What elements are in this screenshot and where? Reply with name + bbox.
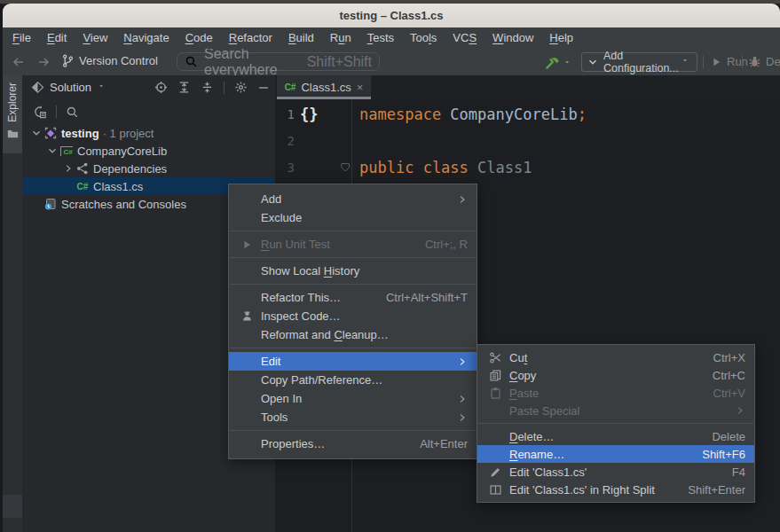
code-line-2[interactable]: 2 bbox=[275, 128, 780, 154]
edit-submenu-item-edit-class1-cs[interactable]: Edit 'Class1.cs'F4 bbox=[477, 463, 754, 481]
context-menu-item-copy-path-reference[interactable]: Copy Path/Reference… bbox=[229, 371, 477, 389]
edit-submenu-item-paste: PasteCtrl+V bbox=[477, 384, 754, 402]
tool-window-stripe: Explorer bbox=[3, 75, 22, 532]
menu-item-shortcut: Shift+Enter bbox=[688, 483, 745, 497]
locate-file-icon[interactable] bbox=[154, 81, 168, 94]
menu-separator bbox=[230, 348, 476, 348]
csharp-file-icon: C# bbox=[285, 82, 296, 92]
edit-submenu-item-delete[interactable]: Delete…Delete bbox=[477, 427, 754, 445]
debug-button[interactable]: Deb bbox=[748, 55, 780, 68]
search-placeholder: Search everywhere bbox=[204, 49, 294, 75]
context-menu-item-reformat-and-cleanup[interactable]: Reformat and Cleanup… bbox=[229, 325, 477, 344]
code-line-3[interactable]: 3public class Class1 bbox=[275, 154, 780, 181]
panel-header-separator bbox=[224, 82, 225, 94]
build-caret-icon[interactable] bbox=[564, 59, 573, 68]
context-menu-item-tools[interactable]: Tools bbox=[229, 408, 477, 426]
solution-view-icon bbox=[31, 81, 44, 94]
expand-all-icon[interactable] bbox=[177, 81, 191, 94]
explorer-stripe-tab[interactable]: Explorer bbox=[3, 75, 22, 153]
editor-tabbar: C# Class1.cs × bbox=[275, 75, 780, 99]
context-menu: AddExcludeRun Unit TestCtrl+;, RShow Loc… bbox=[228, 184, 477, 459]
icon-placeholder bbox=[488, 429, 502, 443]
edit-submenu-item-rename[interactable]: Rename…Shift+F6 bbox=[477, 445, 754, 463]
menu-item-shortcut: Ctrl+Alt+Shift+T bbox=[386, 291, 468, 304]
fold-marker-icon[interactable] bbox=[340, 162, 351, 174]
context-menu-item-open-in[interactable]: Open In bbox=[229, 389, 477, 408]
menu-item-label: Add bbox=[261, 192, 281, 206]
menu-item-label: Paste bbox=[509, 387, 539, 400]
namespace-braces-gutter-icon[interactable]: {} bbox=[300, 106, 318, 123]
context-menu-item-inspect-code[interactable]: Inspect Code… bbox=[229, 307, 477, 325]
icon-placeholder bbox=[240, 264, 254, 278]
caret-down-icon bbox=[682, 58, 697, 66]
titlebar[interactable]: testing – Class1.cs bbox=[3, 4, 780, 28]
edit-submenu-item-cut[interactable]: CutCtrl+X bbox=[477, 348, 754, 366]
context-menu-item-edit[interactable]: Edit bbox=[229, 352, 477, 371]
menubar-item-tools[interactable]: Tools bbox=[402, 27, 445, 49]
chevron-down-icon[interactable] bbox=[29, 127, 43, 139]
run-label: Run bbox=[727, 55, 748, 68]
menubar-item-file[interactable]: File bbox=[4, 27, 39, 49]
editor-tab-class1[interactable]: C# Class1.cs × bbox=[277, 75, 371, 99]
tab-close-icon[interactable]: × bbox=[357, 81, 364, 94]
panel-header-actions bbox=[154, 75, 270, 99]
version-control-button[interactable]: Version Control bbox=[61, 53, 158, 68]
menubar-item-navigate[interactable]: Navigate bbox=[115, 27, 177, 49]
menubar-item-refactor[interactable]: Refactor bbox=[221, 27, 280, 49]
search-icon bbox=[185, 55, 198, 68]
menu-item-shortcut: Ctrl+;, R bbox=[425, 238, 468, 251]
tree-item-label: Class1.cs bbox=[93, 180, 143, 193]
search-everywhere-field[interactable]: Search everywhere Shift+Shift bbox=[177, 52, 380, 71]
stripe-bottom-tab[interactable] bbox=[3, 495, 22, 518]
select-opened-file-icon[interactable] bbox=[33, 105, 47, 119]
run-configuration-value: Add Configuration... bbox=[603, 50, 682, 74]
search-tree-icon[interactable] bbox=[66, 106, 79, 119]
edit-submenu-item-copy[interactable]: CopyCtrl+C bbox=[477, 366, 754, 384]
context-menu-item-add[interactable]: Add bbox=[229, 190, 477, 208]
tree-item-testing[interactable]: testing· 1 project bbox=[22, 124, 275, 142]
tree-item-companycorelib[interactable]: C#CompanyCoreLib bbox=[22, 142, 275, 160]
tree-item-dependencies[interactable]: Dependencies bbox=[22, 160, 275, 177]
menubar-item-code[interactable]: Code bbox=[177, 27, 221, 49]
editor-tab-label: Class1.cs bbox=[301, 81, 351, 94]
menubar-item-build[interactable]: Build bbox=[280, 27, 322, 49]
hide-panel-icon[interactable] bbox=[257, 82, 270, 94]
version-control-label: Version Control bbox=[79, 54, 158, 67]
menubar-item-help[interactable]: Help bbox=[541, 27, 581, 49]
menu-item-label: Delete… bbox=[509, 430, 555, 443]
menubar-item-tests[interactable]: Tests bbox=[359, 27, 402, 49]
chevron-down-icon[interactable] bbox=[45, 145, 59, 157]
menu-item-label: Open In bbox=[261, 392, 302, 405]
context-menu-item-show-local-history[interactable]: Show Local History bbox=[229, 262, 477, 280]
person-icon bbox=[240, 309, 254, 324]
copy-icon bbox=[488, 368, 502, 382]
gear-icon[interactable] bbox=[234, 81, 248, 94]
edit-submenu-item-edit-class1-cs-in-right-split[interactable]: Edit 'Class1.cs' in Right SplitShift+Ent… bbox=[477, 481, 754, 498]
tree-item-label: Dependencies bbox=[93, 162, 167, 176]
context-menu-item-refactor-this[interactable]: Refactor This…Ctrl+Alt+Shift+T bbox=[229, 288, 477, 307]
panel-toolbar bbox=[22, 99, 275, 124]
build-hammer-icon[interactable] bbox=[544, 54, 560, 70]
menubar-item-vcs[interactable]: VCS bbox=[445, 27, 485, 49]
menu-item-shortcut: Ctrl+V bbox=[713, 387, 745, 400]
menubar-item-edit[interactable]: Edit bbox=[39, 27, 75, 49]
menubar-item-view[interactable]: View bbox=[75, 27, 115, 49]
forward-arrow-icon[interactable] bbox=[36, 55, 51, 69]
run-configuration-select[interactable]: Add Configuration... bbox=[581, 52, 697, 72]
menu-item-label: Show Local History bbox=[261, 264, 359, 278]
icon-placeholder bbox=[240, 211, 254, 225]
edit-submenu: CutCtrl+XCopyCtrl+CPasteCtrl+VPaste Spec… bbox=[477, 344, 755, 503]
chevron-right-icon[interactable] bbox=[61, 163, 75, 174]
context-menu-item-properties[interactable]: Properties…Alt+Enter bbox=[229, 434, 477, 453]
icon-placeholder bbox=[240, 355, 254, 369]
menubar-item-run[interactable]: Run bbox=[322, 27, 359, 49]
back-arrow-icon[interactable] bbox=[12, 55, 26, 69]
context-menu-item-exclude[interactable]: Exclude bbox=[229, 208, 477, 227]
icon-placeholder bbox=[240, 411, 254, 425]
ide-window: testing – Class1.cs FileEditViewNavigate… bbox=[0, 0, 780, 532]
code-line-1[interactable]: 1{}namespace CompanyCoreLib; bbox=[275, 101, 780, 128]
main-toolbar: Version Control Search everywhere Shift+… bbox=[3, 49, 780, 75]
code-text: namespace CompanyCoreLib; bbox=[359, 106, 587, 123]
menubar-item-window[interactable]: Window bbox=[485, 27, 541, 49]
collapse-all-icon[interactable] bbox=[201, 81, 214, 94]
